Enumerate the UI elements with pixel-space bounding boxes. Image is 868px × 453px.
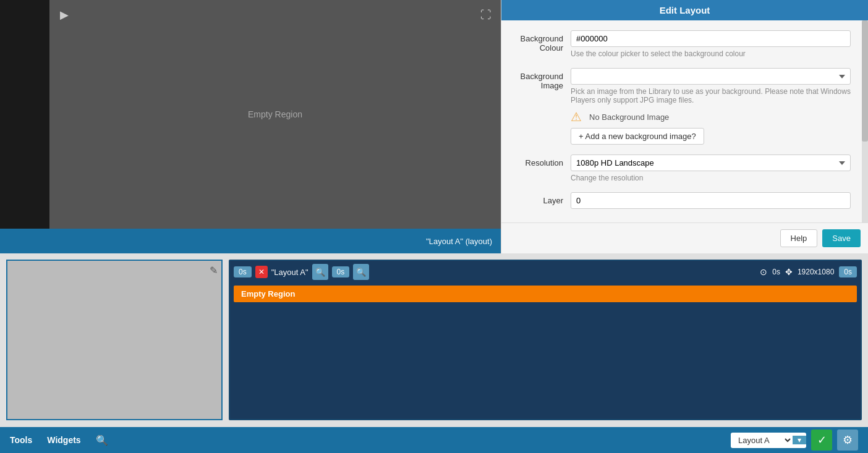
- timeline-layout-name: "Layout A": [271, 268, 308, 277]
- help-button[interactable]: Help: [780, 229, 818, 247]
- gear-icon: ⚙: [843, 433, 853, 447]
- layer-label: Layer: [509, 192, 571, 209]
- warning-icon: ⚠: [571, 109, 582, 124]
- timeline-region-row[interactable]: Empty Region: [234, 286, 857, 302]
- panel-title: Edit Layout: [501, 0, 868, 20]
- check-button[interactable]: ✓: [811, 430, 832, 451]
- timeline-delete-button[interactable]: ✕: [255, 266, 268, 278]
- tools-button[interactable]: Tools: [10, 435, 32, 445]
- clock-icon: ⊙: [760, 267, 767, 277]
- timeline-zoom-out-button[interactable]: 🔍: [353, 264, 369, 280]
- resolution-select[interactable]: 1080p HD Landscape: [571, 155, 851, 171]
- bg-image-hint: Pick an image from the Library to use as…: [571, 87, 861, 104]
- bg-image-label: Background Image: [509, 68, 571, 145]
- check-icon: ✓: [817, 433, 827, 447]
- timeline-total-duration: 0s: [772, 268, 780, 276]
- bg-colour-input[interactable]: [571, 30, 851, 47]
- thumbnail-edit-button[interactable]: ✎: [210, 265, 218, 276]
- gear-button[interactable]: ⚙: [837, 430, 858, 451]
- timeline-zoom-in-button[interactable]: 🔍: [312, 264, 328, 280]
- widgets-button[interactable]: Widgets: [47, 435, 80, 445]
- search-icon[interactable]: 🔍: [96, 434, 108, 446]
- layout-selector[interactable]: Layout A: [731, 433, 793, 448]
- layer-input[interactable]: [571, 192, 851, 209]
- play-button[interactable]: ▶: [56, 6, 73, 23]
- chevron-down-icon: ▾: [798, 436, 801, 444]
- bg-image-select[interactable]: [571, 68, 851, 85]
- zoom-out-icon: 🔍: [356, 268, 366, 277]
- save-button[interactable]: Save: [822, 229, 861, 247]
- canvas-footer-label: "Layout A" (layout): [426, 237, 492, 246]
- edit-icon: ✎: [210, 265, 218, 276]
- timeline-duration-badge: 0s: [332, 266, 350, 277]
- play-icon: ▶: [60, 8, 69, 22]
- empty-region-label: Empty Region: [248, 109, 302, 119]
- timeline-resolution: 1920x1080: [798, 268, 834, 276]
- add-background-image-button[interactable]: + Add a new background image?: [571, 128, 704, 145]
- delete-icon: ✕: [258, 268, 265, 276]
- timeline-start-badge: 0s: [234, 266, 252, 277]
- no-bg-image-text: No Background Image: [589, 112, 669, 122]
- timeline-end-badge: 0s: [839, 266, 857, 277]
- resolution-hint: Change the resolution: [571, 174, 861, 182]
- bg-colour-hint: Use the colour picker to select the back…: [571, 49, 861, 58]
- zoom-in-icon: 🔍: [315, 268, 325, 277]
- region-label: Empty Region: [241, 289, 295, 298]
- resolution-label: Resolution: [509, 155, 571, 182]
- expand-icon: ⛶: [480, 9, 491, 22]
- resize-icon: ✥: [785, 267, 793, 277]
- bg-colour-label: Background Colour: [509, 30, 571, 58]
- expand-button[interactable]: ⛶: [477, 6, 495, 23]
